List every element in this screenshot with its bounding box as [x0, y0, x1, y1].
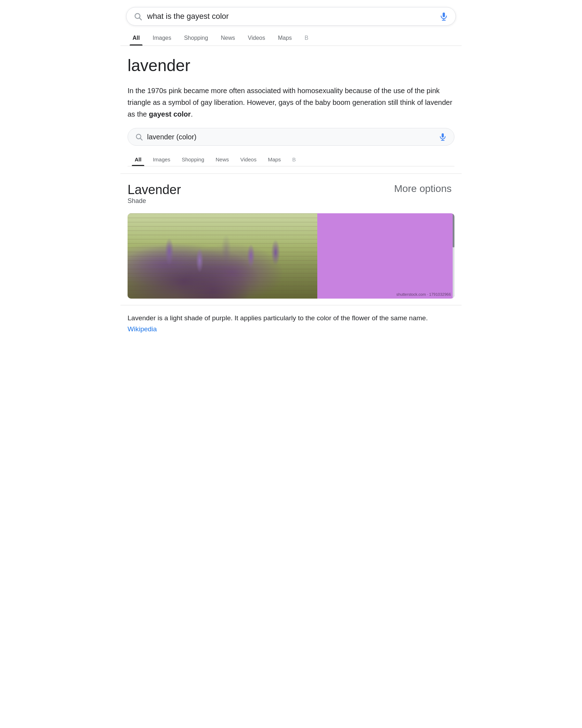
- inner-tab-all[interactable]: All: [129, 152, 147, 166]
- inner-tab-shopping[interactable]: Shopping: [176, 152, 210, 166]
- kp-image-caption: shutterstock.com · 1791032966: [397, 292, 451, 296]
- svg-rect-7: [442, 133, 444, 138]
- kp-wikipedia-link[interactable]: Wikipedia: [128, 325, 157, 333]
- inner-search-bar[interactable]: lavender (color): [128, 128, 454, 146]
- inner-search-icon: [135, 133, 143, 141]
- answer-title: lavender: [128, 56, 454, 75]
- answer-body-bold: gayest color: [149, 110, 191, 118]
- tab-all[interactable]: All: [126, 30, 146, 46]
- svg-line-6: [140, 138, 142, 140]
- tab-images[interactable]: Images: [146, 30, 177, 46]
- tab-videos[interactable]: Videos: [242, 30, 272, 46]
- inner-tab-images[interactable]: Images: [147, 152, 176, 166]
- kp-title-block: Lavender Shade: [128, 182, 181, 211]
- kp-description-plain: Lavender is a light shade of purple. It …: [128, 314, 428, 322]
- answer-box: lavender In the 1970s pink became more o…: [120, 46, 462, 174]
- inner-search-query[interactable]: lavender (color): [147, 133, 434, 141]
- kp-image-strip: shutterstock.com · 1791032966: [128, 213, 454, 299]
- more-options-button[interactable]: More options: [391, 182, 454, 195]
- flower-cluster-overlay: [128, 213, 317, 299]
- lavender-flowers-photo: [128, 213, 317, 299]
- inner-tabs: All Images Shopping News Videos Maps B: [128, 152, 454, 166]
- svg-rect-2: [443, 12, 445, 17]
- inner-tab-news[interactable]: News: [210, 152, 235, 166]
- search-bar-container: what is the gayest color: [120, 0, 462, 30]
- kp-description: Lavender is a light shade of purple. It …: [120, 305, 462, 341]
- search-bar[interactable]: what is the gayest color: [126, 7, 456, 26]
- inner-tab-more[interactable]: B: [287, 152, 302, 166]
- kp-subtitle: Shade: [128, 197, 181, 205]
- search-query-text[interactable]: what is the gayest color: [147, 12, 434, 21]
- kp-image-flowers[interactable]: [128, 213, 317, 299]
- tab-news[interactable]: News: [215, 30, 242, 46]
- inner-tab-videos[interactable]: Videos: [235, 152, 262, 166]
- answer-body-end: .: [191, 110, 193, 118]
- kp-header: Lavender Shade More options: [128, 182, 454, 211]
- tab-maps[interactable]: Maps: [271, 30, 298, 46]
- kp-image-color-swatch[interactable]: shutterstock.com · 1791032966: [317, 213, 454, 299]
- search-icon: [134, 12, 142, 21]
- svg-line-1: [140, 18, 142, 20]
- knowledge-panel: Lavender Shade More options shutterstock…: [120, 174, 462, 305]
- kp-title: Lavender: [128, 182, 181, 197]
- image-strip-scrollbar: [453, 213, 454, 299]
- tab-shopping[interactable]: Shopping: [178, 30, 215, 46]
- image-strip-scrollbar-thumb: [453, 213, 454, 247]
- mic-icon[interactable]: [439, 12, 448, 21]
- top-tabs: All Images Shopping News Videos Maps B: [120, 30, 462, 46]
- answer-body: In the 1970s pink became more often asso…: [128, 85, 454, 120]
- inner-tab-maps[interactable]: Maps: [262, 152, 287, 166]
- inner-mic-icon[interactable]: [438, 133, 447, 141]
- tab-more[interactable]: B: [298, 30, 315, 46]
